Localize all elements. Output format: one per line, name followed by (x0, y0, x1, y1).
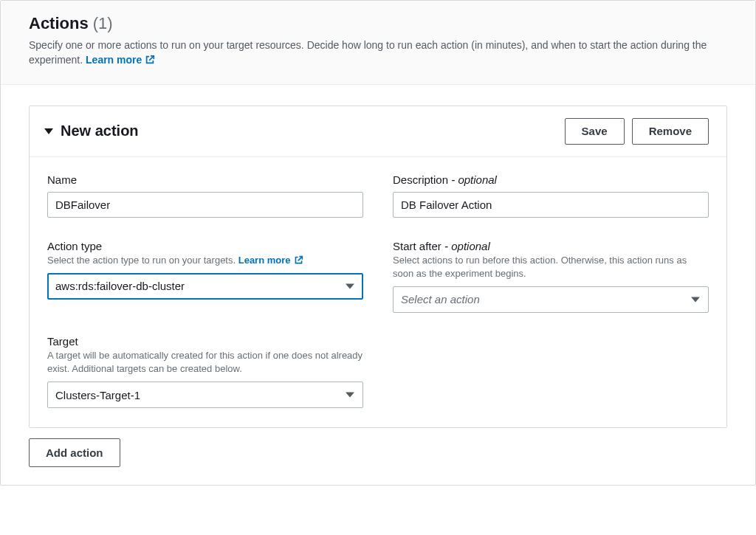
actions-count: (1) (93, 14, 113, 33)
start-after-label: Start after - optional (393, 240, 709, 252)
start-after-help: Select actions to run before this action… (393, 254, 709, 280)
action-type-learn-more[interactable]: Learn more (238, 254, 303, 267)
start-after-optional: optional (451, 240, 490, 252)
panel-title-toggle[interactable]: New action (44, 122, 139, 139)
target-value: Clusters-Target-1 (55, 389, 140, 401)
caret-down-icon (44, 128, 53, 134)
target-field: Target A target will be automatically cr… (47, 335, 363, 408)
start-after-select[interactable]: Select an action (393, 286, 709, 313)
action-type-help: Select the action type to run on your ta… (47, 254, 363, 267)
start-after-label-text: Start after (393, 240, 441, 252)
external-link-icon (145, 55, 155, 65)
panel-title: New action (61, 122, 139, 139)
panel-actions: Save Remove (565, 118, 709, 145)
action-type-field: Action type Select the action type to ru… (47, 240, 363, 313)
target-select[interactable]: Clusters-Target-1 (47, 382, 363, 408)
description-label-text: Description (393, 173, 448, 186)
name-label: Name (47, 173, 363, 186)
external-link-icon (294, 255, 303, 265)
section-description: Specify one or more actions to run on yo… (29, 38, 727, 68)
description-field: Description - optional (393, 173, 709, 218)
title-text: Actions (29, 14, 89, 33)
add-action-button[interactable]: Add action (29, 438, 120, 467)
description-input[interactable] (393, 192, 709, 218)
name-input[interactable] (47, 192, 363, 218)
learn-more-link[interactable]: Learn more (86, 52, 155, 67)
new-action-panel: New action Save Remove Name Des (29, 106, 727, 429)
action-type-value: aws:rds:failover-db-cluster (55, 280, 185, 292)
action-type-label: Action type (47, 240, 363, 252)
start-after-placeholder: Select an action (401, 293, 480, 306)
start-after-field: Start after - optional Select actions to… (393, 240, 709, 313)
target-help: A target will be automatically created f… (47, 349, 363, 376)
action-type-learn-more-label: Learn more (238, 254, 291, 267)
panel-header: New action Save Remove (30, 106, 726, 157)
panel-body: Name Description - optional Action (30, 157, 726, 428)
section-header: Actions (1) Specify one or more actions … (1, 1, 755, 85)
description-label: Description - optional (393, 173, 709, 186)
save-button[interactable]: Save (565, 118, 625, 145)
action-type-help-text: Select the action type to run on your ta… (47, 255, 236, 266)
action-type-select[interactable]: aws:rds:failover-db-cluster (47, 273, 363, 300)
remove-button[interactable]: Remove (632, 118, 709, 145)
name-field: Name (47, 173, 363, 218)
actions-section: Actions (1) Specify one or more actions … (0, 0, 756, 486)
learn-more-label: Learn more (86, 52, 142, 67)
target-label: Target (47, 335, 363, 348)
section-title: Actions (1) (29, 14, 113, 33)
description-optional: optional (458, 173, 497, 186)
section-body: New action Save Remove Name Des (1, 85, 755, 486)
